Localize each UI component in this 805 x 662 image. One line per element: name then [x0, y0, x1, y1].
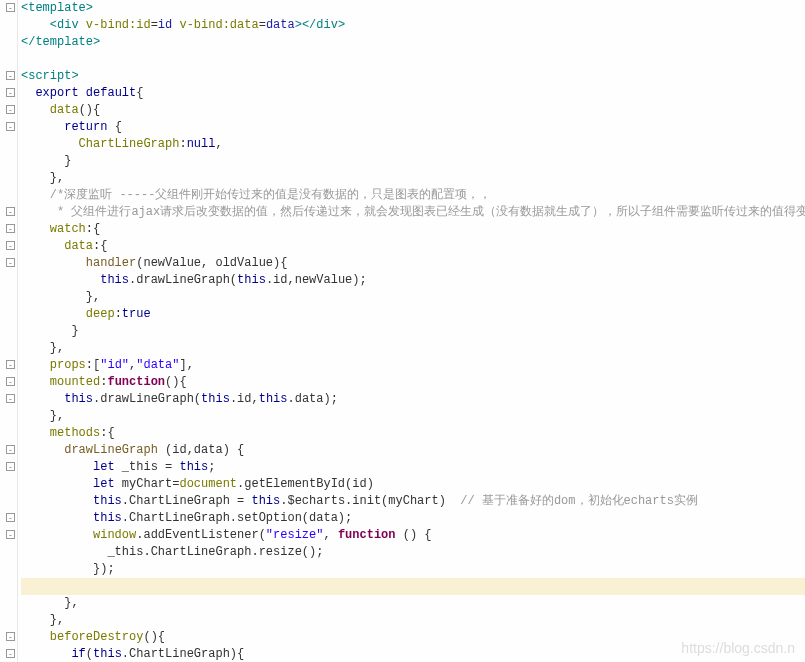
token-attr-val: id	[158, 18, 180, 32]
code-line[interactable]: },	[21, 340, 805, 357]
code-editor: ------------------ <template> <div v-bin…	[0, 0, 805, 662]
code-line[interactable]: return {	[21, 119, 805, 136]
gutter-line	[0, 425, 17, 442]
code-line[interactable]	[21, 578, 805, 595]
gutter-line	[0, 34, 17, 51]
token-tag: div	[57, 18, 86, 32]
code-line[interactable]: data:{	[21, 238, 805, 255]
fold-toggle-icon[interactable]: -	[6, 241, 15, 250]
code-line[interactable]: },	[21, 170, 805, 187]
fold-toggle-icon[interactable]: -	[6, 122, 15, 131]
token-val-null: null	[187, 137, 216, 151]
code-line[interactable]: <script>	[21, 68, 805, 85]
token-prop: data	[50, 103, 79, 117]
code-line[interactable]: _this.ChartLineGraph.resize();	[21, 544, 805, 561]
code-line[interactable]: },	[21, 595, 805, 612]
token-plain: ,	[323, 528, 337, 542]
fold-toggle-icon[interactable]: -	[6, 224, 15, 233]
code-line[interactable]: data(){	[21, 102, 805, 119]
fold-toggle-icon[interactable]: -	[6, 445, 15, 454]
code-line[interactable]: mounted:function(){	[21, 374, 805, 391]
code-line[interactable]: props:["id","data"],	[21, 357, 805, 374]
code-line[interactable]: }	[21, 323, 805, 340]
code-line[interactable]: watch:{	[21, 221, 805, 238]
fold-toggle-icon[interactable]: -	[6, 394, 15, 403]
gutter-line: -	[0, 391, 17, 408]
code-line[interactable]: /*深度监听 -----父组件刚开始传过来的值是没有数据的，只是图表的配置项，，	[21, 187, 805, 204]
token-this-kw: this	[64, 392, 93, 406]
code-line[interactable]: <template>	[21, 0, 805, 17]
fold-toggle-icon[interactable]: -	[6, 632, 15, 641]
token-this-kw: this	[179, 460, 208, 474]
code-area[interactable]: <template> <div v-bind:id=id v-bind:data…	[18, 0, 805, 662]
token-brace: },	[86, 290, 100, 304]
code-line[interactable]: },	[21, 612, 805, 629]
token-prop: data	[64, 239, 93, 253]
fold-toggle-icon[interactable]: -	[6, 258, 15, 267]
token-brace: }	[64, 154, 71, 168]
gutter-line: -	[0, 374, 17, 391]
code-line[interactable]: },	[21, 289, 805, 306]
token-comment: // 基于准备好的dom，初始化echarts实例	[460, 494, 698, 508]
token-tag: template	[28, 1, 86, 15]
token-tag: script	[28, 69, 71, 83]
token-func-kw: function	[338, 528, 403, 542]
gutter-line: -	[0, 0, 17, 17]
code-line[interactable]: },	[21, 408, 805, 425]
gutter-line	[0, 17, 17, 34]
code-line[interactable]	[21, 51, 805, 68]
code-line[interactable]: drawLineGraph (id,data) {	[21, 442, 805, 459]
fold-toggle-icon[interactable]: -	[6, 105, 15, 114]
fold-toggle-icon[interactable]: -	[6, 462, 15, 471]
token-plain: :	[179, 137, 186, 151]
token-string: "data"	[136, 358, 179, 372]
code-line[interactable]: });	[21, 561, 805, 578]
token-this-kw: this	[237, 273, 266, 287]
code-line[interactable]: </template>	[21, 34, 805, 51]
code-line[interactable]: this.drawLineGraph(this.id,newValue);	[21, 272, 805, 289]
token-comment: * 父组件进行ajax请求后改变数据的值，然后传递过来，就会发现图表已经生成（没…	[50, 205, 805, 219]
fold-toggle-icon[interactable]: -	[6, 377, 15, 386]
token-plain: (newValue, oldValue){	[136, 256, 287, 270]
code-line[interactable]: window.addEventListener("resize", functi…	[21, 527, 805, 544]
code-line[interactable]: this.ChartLineGraph.setOption(data);	[21, 510, 805, 527]
gutter-line: -	[0, 459, 17, 476]
fold-toggle-icon[interactable]: -	[6, 649, 15, 658]
token-prop: methods	[50, 426, 100, 440]
code-line[interactable]: this.drawLineGraph(this.id,this.data);	[21, 391, 805, 408]
code-line[interactable]: methods:{	[21, 425, 805, 442]
token-brace: },	[50, 409, 64, 423]
token-prop: document	[179, 477, 237, 491]
token-this-kw: this	[93, 494, 122, 508]
token-plain: :[	[86, 358, 100, 372]
token-this-kw: this	[93, 647, 122, 661]
token-kw-js: let	[93, 477, 122, 491]
fold-toggle-icon[interactable]: -	[6, 3, 15, 12]
fold-toggle-icon[interactable]: -	[6, 71, 15, 80]
code-line[interactable]: let _this = this;	[21, 459, 805, 476]
code-line[interactable]: * 父组件进行ajax请求后改变数据的值，然后传递过来，就会发现图表已经生成（没…	[21, 204, 805, 221]
code-line[interactable]: ChartLineGraph:null,	[21, 136, 805, 153]
fold-toggle-icon[interactable]: -	[6, 360, 15, 369]
token-brace: (){	[79, 103, 101, 117]
token-prop: props	[50, 358, 86, 372]
fold-toggle-icon[interactable]: -	[6, 88, 15, 97]
token-kw-js: default	[86, 86, 136, 100]
fold-toggle-icon[interactable]: -	[6, 207, 15, 216]
token-brace: }	[71, 324, 78, 338]
code-line[interactable]: export default{	[21, 85, 805, 102]
token-plain: .addEventListener(	[136, 528, 266, 542]
code-line[interactable]: }	[21, 153, 805, 170]
gutter-line: -	[0, 442, 17, 459]
code-line[interactable]: deep:true	[21, 306, 805, 323]
code-line[interactable]: this.ChartLineGraph = this.$echarts.init…	[21, 493, 805, 510]
code-line[interactable]: handler(newValue, oldValue){	[21, 255, 805, 272]
gutter-line	[0, 323, 17, 340]
code-line[interactable]: <div v-bind:id=id v-bind:data=data></div…	[21, 17, 805, 34]
fold-toggle-icon[interactable]: -	[6, 530, 15, 539]
fold-toggle-icon[interactable]: -	[6, 513, 15, 522]
token-brace: });	[93, 562, 115, 576]
code-line[interactable]: let myChart=document.getElementById(id)	[21, 476, 805, 493]
token-prop: beforeDestroy	[50, 630, 144, 644]
gutter-line: -	[0, 255, 17, 272]
